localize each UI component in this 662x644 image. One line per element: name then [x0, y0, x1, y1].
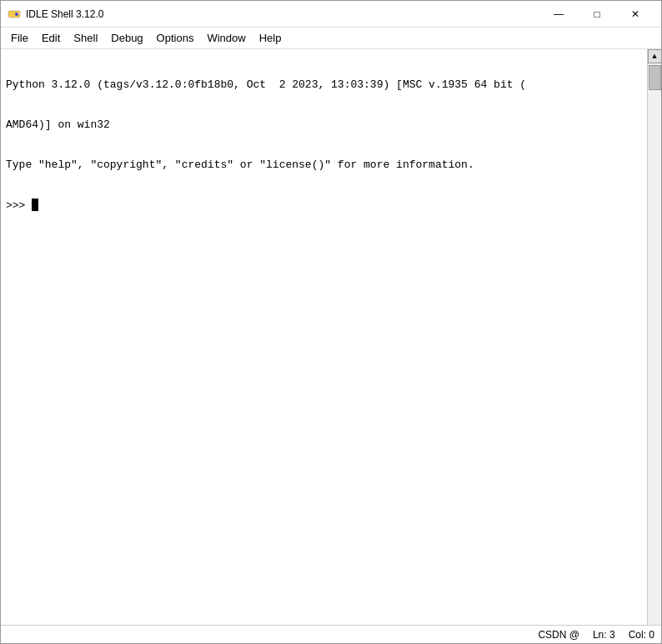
menu-window[interactable]: Window [200, 28, 252, 48]
window-controls: — □ ✕ [539, 1, 654, 28]
close-button[interactable]: ✕ [616, 1, 654, 28]
svg-point-2 [18, 13, 19, 14]
cursor [32, 199, 38, 211]
title-bar: IDLE Shell 3.12.0 — □ ✕ [1, 1, 661, 28]
status-watermark: CSDN @ [538, 629, 579, 641]
shell-line-2: AMD64)] on win32 [6, 118, 642, 133]
menu-bar: File Edit Shell Debug Options Window Hel… [1, 28, 661, 49]
app-icon [8, 8, 21, 21]
menu-debug[interactable]: Debug [104, 28, 149, 48]
menu-file[interactable]: File [4, 28, 35, 48]
shell-line-3: Type "help", "copyright", "credits" or "… [6, 158, 642, 173]
status-line: Ln: 3 [593, 629, 615, 641]
status-col: Col: 0 [629, 629, 654, 641]
menu-help[interactable]: Help [253, 28, 288, 48]
shell-line-1: Python 3.12.0 (tags/v3.12.0:0fb18b0, Oct… [6, 78, 642, 93]
idle-icon-svg [8, 8, 21, 21]
window-title: IDLE Shell 3.12.0 [26, 8, 539, 20]
maximize-button[interactable]: □ [578, 1, 616, 28]
shell-prompt-line: >>> [6, 199, 642, 214]
idle-window: IDLE Shell 3.12.0 — □ ✕ File Edit Shell … [0, 0, 662, 644]
minimize-button[interactable]: — [539, 1, 578, 28]
shell-text-area[interactable]: Python 3.12.0 (tags/v3.12.0:0fb18b0, Oct… [1, 49, 647, 625]
status-bar: CSDN @ Ln: 3 Col: 0 [1, 625, 661, 643]
scrollbar[interactable]: ▲ [647, 49, 661, 625]
menu-edit[interactable]: Edit [35, 28, 67, 48]
scroll-thumb[interactable] [649, 65, 661, 90]
scroll-up-button[interactable]: ▲ [648, 49, 662, 63]
shell-prompt: >>> [6, 199, 32, 214]
shell-content: Python 3.12.0 (tags/v3.12.0:0fb18b0, Oct… [1, 49, 661, 625]
menu-shell[interactable]: Shell [67, 28, 104, 48]
menu-options[interactable]: Options [150, 28, 201, 48]
